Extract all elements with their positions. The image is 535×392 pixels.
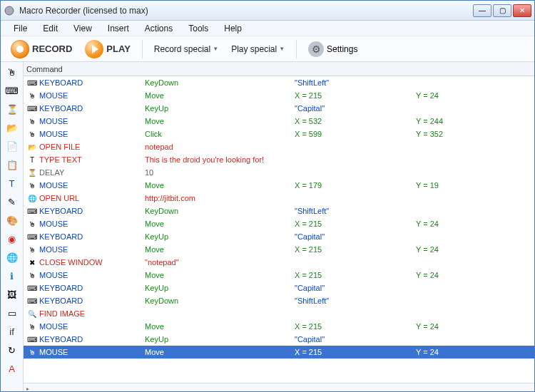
table-row[interactable]: ⏳DELAY10 — [24, 166, 534, 179]
command-name: MOUSE — [38, 130, 145, 138]
row-icon: ⌨ — [26, 284, 38, 292]
grid-body[interactable]: ⌨KEYBOARDKeyDown"ShiftLeft"🖱MOUSEMoveX =… — [24, 76, 534, 383]
delay-tool[interactable]: ⏳ — [5, 102, 19, 116]
menu-edit[interactable]: Edit — [36, 22, 65, 35]
command-arg3: Y = 244 — [416, 117, 534, 125]
info-tool[interactable]: ℹ — [5, 269, 19, 283]
loop-tool[interactable]: ↻ — [5, 343, 19, 357]
play-label: PLAY — [106, 43, 130, 54]
command-name: KEYBOARD — [38, 207, 145, 215]
record-icon — [11, 40, 29, 58]
command-arg1: KeyUp — [145, 104, 295, 113]
label-tool[interactable]: A — [5, 361, 19, 376]
table-row[interactable]: 🌐OPEN URLhttp://jitbit.com — [24, 192, 534, 205]
menu-file[interactable]: File — [6, 22, 34, 35]
type-text-tool[interactable]: T — [5, 176, 19, 190]
command-arg1: This is the droid you're looking for! — [145, 155, 295, 164]
menu-insert[interactable]: Insert — [101, 22, 136, 35]
table-row[interactable]: ⌨KEYBOARDKeyDown"ShiftLeft" — [24, 205, 534, 217]
table-row[interactable]: ⌨KEYBOARDKeyUp"Capital" — [24, 102, 534, 115]
open-file-tool[interactable]: 📂 — [5, 120, 19, 135]
record-tool[interactable]: ◉ — [5, 232, 19, 246]
table-row[interactable]: 🖱MOUSEMoveX = 215Y = 24 — [24, 320, 534, 333]
row-icon: 🖱 — [26, 92, 38, 100]
command-name: TYPE TEXT — [38, 155, 145, 164]
separator — [142, 40, 143, 58]
table-row[interactable]: ⌨KEYBOARDKeyDown"ShiftLeft" — [24, 294, 534, 307]
table-row[interactable]: 🖱MOUSEMoveX = 215Y = 24 — [24, 346, 534, 359]
copy-tool[interactable]: 📄 — [5, 139, 19, 153]
row-icon: ⏳ — [26, 169, 38, 177]
command-arg2: X = 215 — [295, 220, 416, 228]
command-arg3: Y = 19 — [416, 181, 534, 190]
globe-tool[interactable]: 🌐 — [5, 250, 19, 264]
play-icon — [85, 40, 103, 58]
row-icon: ⌨ — [26, 105, 38, 113]
table-row[interactable]: 🖱MOUSEMoveX = 215Y = 24 — [24, 89, 534, 102]
condition-tool[interactable]: if — [5, 324, 19, 339]
separator — [296, 40, 297, 58]
command-arg1: notepad — [145, 143, 295, 151]
table-row[interactable]: 🖱MOUSEMoveX = 215Y = 24 — [24, 269, 534, 282]
command-arg3: Y = 24 — [416, 271, 534, 279]
color-tool[interactable]: 🎨 — [5, 213, 19, 227]
table-row[interactable]: ⌨KEYBOARDKeyUp"Capital" — [24, 230, 534, 243]
table-row[interactable]: 🖱MOUSEClickX = 599Y = 352 — [24, 128, 534, 140]
record-special-label: Record special — [154, 44, 210, 54]
table-row[interactable]: ⌨KEYBOARDKeyUp"Capital" — [24, 282, 534, 294]
record-button[interactable]: RECORD — [6, 38, 76, 60]
record-special-dropdown[interactable]: Record special ▼ — [150, 41, 223, 57]
expand-icon[interactable]: ▸ — [26, 386, 29, 391]
paste-tool[interactable]: 📋 — [5, 158, 19, 172]
table-row[interactable]: ⌨KEYBOARDKeyDown"ShiftLeft" — [24, 76, 534, 89]
row-icon: 🖱 — [26, 272, 38, 279]
command-arg3: Y = 24 — [416, 348, 534, 356]
menu-tools[interactable]: Tools — [181, 22, 215, 35]
menu-view[interactable]: View — [66, 22, 99, 35]
table-row[interactable]: TTYPE TEXTThis is the droid you're looki… — [24, 153, 534, 166]
command-arg2: X = 215 — [295, 348, 416, 356]
grid-header-label: Command — [26, 65, 63, 73]
command-arg1: "notepad" — [145, 258, 295, 267]
command-arg2: "Capital" — [295, 232, 416, 241]
window-tool[interactable]: ▭ — [5, 306, 19, 320]
command-arg2: X = 215 — [295, 271, 416, 279]
row-icon: ⌨ — [26, 233, 38, 241]
table-row[interactable]: ✖CLOSE WINDOW"notepad" — [24, 256, 534, 269]
table-row[interactable]: ⌨KEYBOARDKeyUp"Capital" — [24, 333, 534, 346]
play-special-dropdown[interactable]: Play special ▼ — [227, 41, 289, 57]
edit-tool[interactable]: ✎ — [5, 195, 19, 209]
command-arg2: "Capital" — [295, 104, 416, 113]
command-arg3: Y = 352 — [416, 130, 534, 138]
command-arg2: X = 215 — [295, 91, 416, 100]
command-arg1: Move — [145, 91, 295, 100]
settings-button[interactable]: Settings — [304, 40, 362, 58]
row-icon: 🔍 — [26, 310, 38, 318]
keyboard-tool[interactable]: ⌨ — [5, 83, 19, 98]
close-button[interactable]: ✕ — [513, 4, 531, 17]
table-row[interactable]: 🔍FIND IMAGE — [24, 307, 534, 320]
menubar: File Edit View Insert Actions Tools Help — [1, 21, 534, 36]
grid-header[interactable]: Command — [24, 62, 534, 76]
image-tool[interactable]: 🖼 — [5, 287, 19, 301]
minimize-button[interactable]: — — [473, 4, 491, 17]
menu-help[interactable]: Help — [217, 22, 249, 35]
table-row[interactable]: 🖱MOUSEMoveX = 532Y = 244 — [24, 115, 534, 128]
row-icon: T — [26, 156, 38, 164]
maximize-button[interactable]: ▢ — [493, 4, 511, 17]
command-arg1: KeyUp — [145, 335, 295, 344]
command-arg1: Move — [145, 245, 295, 254]
table-row[interactable]: 🖱MOUSEMoveX = 215Y = 24 — [24, 217, 534, 230]
menu-actions[interactable]: Actions — [138, 22, 180, 35]
command-name: KEYBOARD — [38, 284, 145, 292]
table-row[interactable]: 📂OPEN FILEnotepad — [24, 140, 534, 153]
record-label: RECORD — [32, 43, 72, 54]
command-arg3: Y = 24 — [416, 220, 534, 228]
mouse-tool[interactable]: 🖱 — [5, 65, 19, 79]
play-button[interactable]: PLAY — [81, 38, 134, 60]
settings-label: Settings — [327, 44, 357, 54]
table-row[interactable]: 🖱MOUSEMoveX = 179Y = 19 — [24, 179, 534, 192]
table-row[interactable]: 🖱MOUSEMoveX = 215Y = 24 — [24, 243, 534, 256]
row-icon: 🖱 — [26, 130, 38, 138]
row-icon: 📂 — [26, 143, 38, 151]
